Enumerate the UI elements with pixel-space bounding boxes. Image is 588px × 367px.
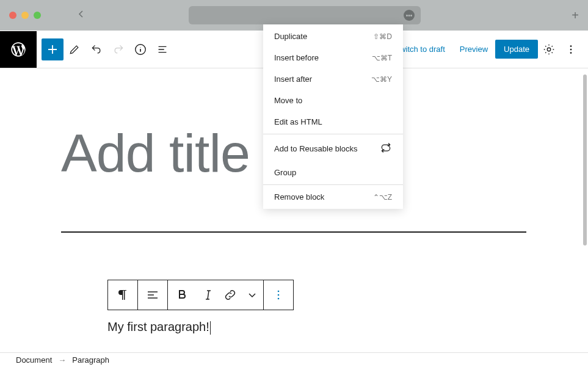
redo-icon	[112, 43, 125, 56]
menu-label: Insert after	[274, 74, 312, 84]
pencil-icon	[68, 43, 81, 56]
menu-move-to[interactable]: Move to	[263, 90, 403, 111]
breadcrumb-root[interactable]: Document	[16, 355, 52, 365]
list-icon	[156, 43, 169, 56]
menu-duplicate[interactable]: Duplicate ⇧⌘D	[263, 26, 403, 47]
reusable-icon	[380, 142, 392, 156]
redo-button[interactable]	[107, 38, 129, 60]
align-left-icon	[145, 288, 160, 302]
kebab-icon	[564, 43, 578, 56]
close-window-button[interactable]	[9, 12, 16, 19]
link-icon	[223, 288, 238, 302]
post-title-input[interactable]: Add title	[61, 122, 250, 184]
gear-icon	[542, 43, 556, 56]
breadcrumb: Document → Paragraph	[0, 352, 588, 367]
svg-point-4	[570, 52, 572, 54]
plus-icon	[45, 42, 60, 57]
menu-shortcut: ⇧⌘D	[373, 32, 392, 41]
menu-shortcut: ⌃⌥Z	[373, 193, 392, 202]
scrollbar[interactable]	[583, 74, 587, 245]
update-button[interactable]: Update	[495, 40, 538, 59]
svg-point-1	[547, 48, 551, 51]
block-context-menu: Duplicate ⇧⌘D Insert before ⌥⌘T Insert a…	[263, 24, 403, 209]
settings-button[interactable]	[538, 38, 560, 60]
menu-shortcut: ⌥⌘T	[372, 54, 392, 62]
paragraph-content: My first paragraph!	[107, 320, 209, 333]
url-bar[interactable]: •••	[189, 6, 421, 24]
arrow-right-icon: →	[58, 355, 66, 365]
svg-point-7	[278, 298, 280, 300]
menu-label: Add to Reusable blocks	[274, 144, 358, 153]
svg-point-3	[570, 48, 572, 50]
more-options-button[interactable]	[560, 38, 582, 60]
link-button[interactable]	[219, 280, 241, 310]
menu-add-reusable[interactable]: Add to Reusable blocks	[263, 136, 403, 162]
italic-icon	[201, 288, 216, 302]
paragraph-icon	[115, 288, 130, 302]
kebab-icon	[271, 288, 286, 302]
paragraph-block[interactable]: My first paragraph!	[107, 320, 211, 335]
svg-point-2	[570, 45, 572, 47]
bold-button[interactable]	[168, 280, 197, 310]
text-caret	[210, 321, 211, 335]
menu-insert-after[interactable]: Insert after ⌥⌘Y	[263, 68, 403, 90]
menu-insert-before[interactable]: Insert before ⌥⌘T	[263, 47, 403, 68]
edit-tools-button[interactable]	[64, 38, 85, 60]
menu-remove-block[interactable]: Remove block ⌃⌥Z	[263, 186, 403, 208]
menu-label: Remove block	[274, 192, 324, 202]
menu-label: Group	[274, 168, 296, 177]
breadcrumb-current[interactable]: Paragraph	[72, 355, 109, 365]
maximize-window-button[interactable]	[34, 12, 41, 19]
block-type-button[interactable]	[108, 280, 137, 310]
wordpress-logo[interactable]	[0, 31, 37, 68]
menu-label: Move to	[274, 96, 302, 105]
minimize-window-button[interactable]	[21, 12, 29, 19]
info-icon	[134, 43, 147, 56]
url-more-icon[interactable]: •••	[404, 10, 415, 21]
block-options-button[interactable]	[264, 280, 293, 310]
undo-button[interactable]	[85, 38, 107, 60]
browser-back-button[interactable]	[76, 9, 86, 21]
add-block-button[interactable]	[42, 38, 64, 60]
menu-edit-html[interactable]: Edit as HTML	[263, 111, 403, 133]
window-controls	[9, 12, 41, 19]
italic-button[interactable]	[197, 280, 219, 310]
align-button[interactable]	[138, 280, 167, 310]
svg-point-6	[278, 294, 280, 296]
menu-label: Edit as HTML	[274, 117, 322, 126]
new-tab-button[interactable]: +	[572, 9, 579, 23]
preview-link[interactable]: Preview	[452, 40, 495, 59]
block-toolbar	[107, 280, 294, 310]
menu-label: Duplicate	[274, 32, 307, 41]
menu-shortcut: ⌥⌘Y	[371, 75, 392, 84]
svg-point-5	[278, 291, 280, 293]
list-view-button[interactable]	[151, 38, 173, 60]
separator-block[interactable]	[61, 231, 526, 233]
more-formatting-button[interactable]	[241, 280, 263, 310]
chevron-down-icon	[245, 288, 260, 302]
undo-icon	[90, 43, 103, 56]
bold-icon	[175, 288, 190, 302]
menu-group[interactable]: Group	[263, 162, 403, 183]
menu-label: Insert before	[274, 53, 319, 62]
info-button[interactable]	[129, 38, 151, 60]
